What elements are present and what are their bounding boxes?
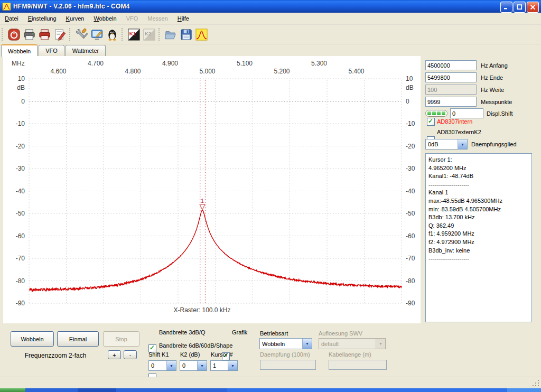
settings-tools-icon[interactable]	[74, 27, 89, 42]
toolbar-separator	[122, 28, 125, 41]
wobbeln-button[interactable]: Wobbeln	[11, 331, 54, 347]
minimize-button[interactable]	[500, 2, 512, 13]
hz-anfang-label: Hz Anfang	[481, 62, 508, 69]
shift-k1-select[interactable]: 0▼	[148, 360, 176, 371]
taskbar-button[interactable]	[78, 388, 116, 392]
svg-text:10: 10	[18, 75, 25, 82]
svg-text:0: 0	[406, 98, 409, 105]
svg-text:-70: -70	[406, 255, 415, 262]
svg-text:-60: -60	[16, 232, 25, 240]
hz-anfang-input[interactable]	[425, 60, 477, 70]
displ-shift-label: Displ.Shift	[487, 110, 513, 117]
svg-text:5.100: 5.100	[237, 60, 253, 67]
svg-text:-70: -70	[16, 255, 25, 262]
menu-einstellung[interactable]: Einstellung	[23, 14, 61, 23]
kabellaenge-label: Kabellaenge (m)	[329, 351, 371, 358]
sweep-progress-bar	[425, 110, 447, 117]
svg-text:-30: -30	[16, 165, 25, 172]
svg-text:4.900: 4.900	[162, 60, 178, 67]
power-off-icon[interactable]	[7, 27, 21, 42]
menu-vfo: VFO	[122, 14, 143, 23]
svg-text:-90: -90	[16, 300, 25, 307]
ad8307externk2-label: AD8307externK2	[437, 129, 481, 135]
linux-tux-icon[interactable]	[105, 27, 119, 42]
open-file-icon[interactable]	[164, 27, 178, 42]
hz-ende-input[interactable]	[425, 72, 477, 82]
svg-text:0: 0	[21, 98, 25, 105]
grafik-label: Grafik	[232, 329, 247, 335]
cursor-k1-icon[interactable]: K1	[127, 27, 141, 42]
daempfung-input	[260, 360, 316, 370]
tab-vfo[interactable]: VFO	[39, 45, 64, 56]
chevron-down-icon: ▼	[197, 361, 207, 370]
graphics-setup-icon[interactable]	[90, 27, 104, 42]
svg-text:4.800: 4.800	[125, 68, 141, 75]
svg-text:4.700: 4.700	[88, 60, 104, 67]
svg-text:dB: dB	[406, 84, 414, 91]
zoom-out-button[interactable]: -	[124, 350, 137, 359]
hz-weite-input	[425, 85, 477, 95]
title-bar[interactable]: HFM9/NWT - V.2.06 - hfm9.hfc - COM4	[0, 0, 541, 13]
zoom-in-button[interactable]: +	[108, 350, 121, 359]
menu-datei[interactable]: Datei	[0, 14, 23, 23]
menu-hilfe[interactable]: Hilfe	[173, 14, 194, 23]
app-icon	[2, 3, 11, 11]
sweep-chart[interactable]: MHz4.7004.9005.1005.3004.6004.8005.0005.…	[3, 56, 421, 323]
svg-text:5.300: 5.300	[311, 60, 327, 67]
print-icon[interactable]	[22, 27, 36, 42]
chevron-down-icon: ▼	[228, 361, 237, 370]
svg-text:4.600: 4.600	[50, 68, 66, 75]
betriebsart-label: Betriebsart	[260, 330, 288, 337]
messpunkte-input[interactable]	[425, 97, 477, 107]
svg-text:K2: K2	[145, 31, 151, 36]
svg-text:-80: -80	[16, 277, 25, 285]
svg-text:-30: -30	[406, 165, 415, 172]
bandbreite-3db-label: Bandbreite 3dB/Q	[159, 329, 205, 335]
resize-grip[interactable]	[533, 380, 539, 387]
betriebsart-select[interactable]: Wobbeln▼	[259, 338, 312, 349]
svg-text:-40: -40	[406, 188, 415, 195]
toolbar-separator	[69, 28, 72, 41]
svg-text:10: 10	[406, 75, 413, 82]
einmal-button[interactable]: Einmal	[57, 331, 99, 347]
menu-kurven[interactable]: Kurven	[61, 14, 89, 23]
close-button[interactable]	[527, 2, 539, 13]
menu-bar: Datei Einstellung Kurven Wobbeln VFO Mes…	[0, 13, 541, 25]
taskbar[interactable]	[0, 388, 541, 392]
menu-wobbeln[interactable]: Wobbeln	[89, 14, 121, 23]
chevron-down-icon: ▼	[376, 339, 385, 349]
kabellaenge-input	[329, 360, 387, 370]
tab-wattmeter[interactable]: Wattmeter	[66, 45, 106, 56]
sweep-curve-icon[interactable]	[194, 27, 209, 42]
kursor-label: Kursor #	[211, 351, 233, 358]
bandbreite-6db-label: Bandbreite 6dB/60dB/Shape	[159, 342, 232, 349]
svg-text:-80: -80	[406, 277, 415, 285]
system-tray[interactable]	[507, 388, 541, 392]
aufloesung-swv-label: Aufloesung SWV	[319, 330, 362, 337]
ad8307intern-checkbox[interactable]	[427, 118, 435, 126]
taskbar-section[interactable]	[227, 388, 507, 392]
kursor-select[interactable]: 1▼	[210, 360, 238, 371]
frequenzzoom-label: Frequenzzoom 2-fach	[11, 352, 100, 359]
svg-text:MHz: MHz	[12, 60, 25, 67]
k2-db-select[interactable]: 0▼	[180, 360, 207, 371]
toolbar: K1 K2	[0, 25, 541, 44]
stop-button: Stop	[103, 331, 139, 347]
daempfungsglied-select[interactable]: 0dB▼	[425, 139, 468, 150]
chevron-down-icon: ▼	[166, 361, 176, 370]
tab-wobbeln[interactable]: Wobbeln	[1, 44, 38, 57]
svg-text:-40: -40	[16, 188, 25, 195]
edit-report-icon[interactable]	[53, 27, 67, 42]
save-file-icon[interactable]	[179, 27, 193, 42]
chevron-down-icon: ▼	[458, 139, 467, 149]
toolbar-grip	[2, 28, 5, 41]
maximize-button[interactable]	[514, 2, 526, 13]
svg-text:-20: -20	[16, 143, 25, 150]
shift-k1-label: Shift K1	[148, 351, 169, 358]
displ-shift-input[interactable]	[450, 108, 483, 118]
aufloesung-swv-select: default▼	[319, 338, 386, 349]
start-button-edge[interactable]	[0, 388, 25, 392]
k2-db-label: K2 (dB)	[180, 351, 200, 358]
print-color-icon[interactable]	[38, 27, 52, 42]
svg-text:-10: -10	[406, 120, 415, 127]
